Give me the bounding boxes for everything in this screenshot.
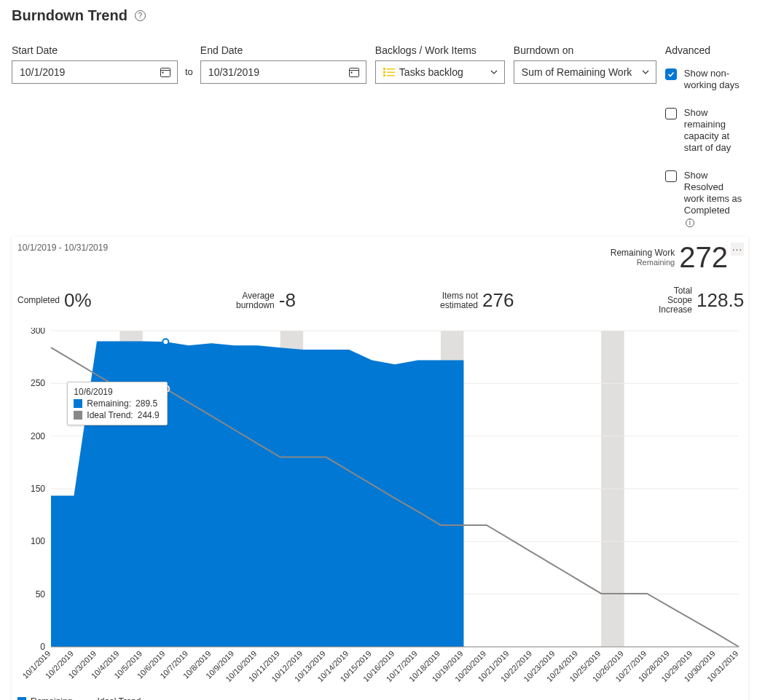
svg-rect-11: [387, 75, 395, 76]
adv-nonworking-label: Show non-working days: [684, 68, 742, 91]
completed-value: 0%: [64, 289, 92, 312]
completed-label: Completed: [17, 296, 60, 305]
checkbox-resolved[interactable]: [665, 170, 677, 182]
help-icon[interactable]: ?: [135, 10, 146, 21]
scope-increase-value: 128.5: [697, 289, 744, 312]
svg-rect-6: [383, 68, 385, 70]
svg-rect-8: [383, 71, 385, 74]
adv-capacity-label: Show remaining capacity at start of day: [684, 107, 742, 154]
checkbox-capacity[interactable]: [665, 108, 677, 119]
end-date-input[interactable]: 10/31/2019: [200, 60, 366, 84]
calendar-icon: [348, 66, 360, 78]
svg-text:200: 200: [31, 431, 45, 441]
end-date-value: 10/31/2019: [208, 66, 259, 78]
calendar-icon: [160, 66, 171, 78]
svg-text:300: 300: [31, 328, 45, 336]
chart-legend: Remaining Ideal Trend: [17, 696, 744, 700]
svg-rect-5: [350, 72, 352, 74]
svg-rect-3: [349, 68, 358, 77]
burndown-card: 10/1/2019 - 10/31/2019 Remaining Work Re…: [12, 237, 748, 700]
info-icon[interactable]: i: [686, 219, 694, 227]
svg-rect-0: [161, 68, 170, 77]
svg-text:50: 50: [36, 589, 46, 599]
backlogs-value: Tasks backlog: [399, 66, 463, 78]
end-date-label: End Date: [200, 44, 366, 56]
items-not-estimated-label-1: Items not: [440, 291, 478, 301]
adv-resolved-label: Show Resolved work items as Completed i: [684, 170, 742, 228]
chevron-down-icon: [641, 68, 650, 76]
avg-burndown-value: -8: [279, 289, 296, 312]
chart-tooltip: 10/6/2019 Remaining: 289.5 Ideal Trend: …: [67, 382, 167, 425]
start-date-label: Start Date: [12, 44, 178, 56]
legend-swatch-remaining: [17, 697, 26, 700]
checkbox-nonworking[interactable]: [665, 68, 677, 80]
svg-text:100: 100: [31, 536, 45, 546]
tasks-icon: [383, 68, 395, 76]
svg-text:150: 150: [31, 484, 45, 494]
backlogs-select[interactable]: Tasks backlog: [375, 60, 505, 84]
scope-increase-label-1: Total Scope: [659, 286, 692, 305]
items-not-estimated-value: 276: [482, 289, 514, 312]
remaining-work-label: Remaining Work: [611, 248, 675, 258]
svg-point-62: [162, 339, 168, 345]
start-date-value: 10/1/2019: [20, 66, 65, 78]
avg-burndown-label-1: Average: [236, 291, 275, 301]
svg-rect-10: [383, 74, 385, 76]
svg-rect-7: [387, 68, 395, 70]
remaining-value: 272: [679, 243, 728, 272]
scope-increase-label-2: Increase: [659, 305, 692, 315]
more-options-icon[interactable]: ···: [731, 243, 744, 256]
tooltip-date: 10/6/2019: [74, 387, 159, 397]
remaining-sublabel: Remaining: [611, 258, 675, 267]
chevron-down-icon: [490, 68, 498, 76]
filter-bar: Start Date 10/1/2019 to End Date 10/31/2…: [12, 44, 757, 228]
burndown-select[interactable]: Sum of Remaining Work: [514, 60, 656, 84]
svg-rect-2: [162, 72, 164, 74]
avg-burndown-label-2: burndown: [236, 301, 275, 310]
burndown-value: Sum of Remaining Work: [522, 66, 632, 78]
to-label: to: [185, 66, 193, 84]
date-range: 10/1/2019 - 10/31/2019: [17, 243, 108, 253]
backlogs-label: Backlogs / Work Items: [375, 44, 505, 56]
burndown-label: Burndown on: [514, 44, 656, 56]
page-title: Burndown Trend: [12, 7, 128, 24]
start-date-input[interactable]: 10/1/2019: [12, 60, 178, 84]
svg-text:250: 250: [31, 378, 45, 388]
burndown-chart[interactable]: 05010015020025030010/1/201910/2/201910/3…: [17, 328, 743, 682]
items-not-estimated-label-2: estimated: [440, 301, 478, 310]
svg-rect-9: [387, 72, 395, 74]
advanced-label: Advanced: [665, 44, 742, 56]
